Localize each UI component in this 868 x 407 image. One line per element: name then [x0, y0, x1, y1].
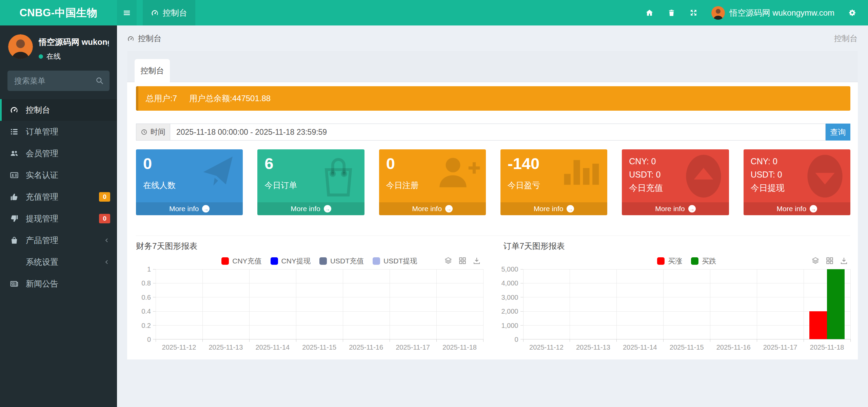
sidebar-user-meta: 悟空源码网 wukongymw.com 在线	[39, 34, 109, 61]
navbar-tab-dashboard[interactable]: 控制台	[143, 0, 195, 25]
x-tick-label: 2025-11-16	[343, 344, 390, 351]
y-tick	[153, 339, 156, 339]
settings-gears-icon[interactable]	[848, 8, 856, 17]
x-tick-label: 2025-11-17	[390, 344, 436, 351]
sidebar-item-news[interactable]: 新闻公告	[0, 273, 117, 295]
x-tick	[156, 339, 156, 342]
sidebar-item-orders[interactable]: 订单管理	[0, 121, 117, 143]
time-range-input[interactable]	[170, 124, 826, 141]
x-tick-label: 2025-11-12	[156, 344, 202, 351]
sidebar-item-recharge[interactable]: 充值管理0	[0, 186, 117, 208]
info-box-line: CNY: 0	[751, 155, 843, 168]
y-tick	[520, 283, 523, 283]
gridline	[850, 269, 851, 339]
sidebar-item-members[interactable]: 会员管理	[0, 143, 117, 164]
legend-item[interactable]: CNY充值	[221, 256, 261, 266]
legend-item[interactable]: 买涨	[657, 256, 682, 266]
id-card-icon	[10, 171, 20, 180]
sidebar-toggle-button[interactable]	[117, 0, 137, 25]
sidebar-item-label: 控制台	[26, 105, 50, 115]
time-addon: 时间	[136, 124, 170, 141]
x-tick-label: 2025-11-13	[202, 344, 249, 351]
more-info-link[interactable]: More info→	[379, 202, 486, 215]
stack-icon[interactable]	[444, 256, 453, 265]
more-info-link[interactable]: More info→	[136, 202, 243, 215]
y-tick-label: 0.4	[141, 308, 151, 315]
tab-content: 总用户:7 用户总余额:447501.88 时间 查询 0在线人数More in…	[127, 82, 858, 359]
download-icon[interactable]	[840, 256, 848, 265]
legend-item[interactable]: USDT提现	[373, 256, 417, 266]
trash-icon[interactable]	[667, 8, 676, 17]
info-box-value: -140	[508, 155, 600, 172]
sidebar-item-withdraw[interactable]: 提现管理0	[0, 208, 117, 229]
arrow-circle-right-icon: →	[567, 205, 574, 212]
x-tick-label: 2025-11-15	[663, 344, 710, 351]
arrow-circle-right-icon: →	[810, 205, 817, 212]
x-tick	[249, 339, 250, 342]
arrow-circle-right-icon: →	[202, 205, 210, 212]
more-info-label: More info	[777, 205, 807, 213]
more-info-link[interactable]: More info→	[622, 202, 729, 215]
chart-title: 财务7天图形报表	[136, 241, 483, 252]
more-info-label: More info	[534, 205, 564, 213]
time-filter-row: 时间 查询	[136, 124, 850, 141]
legend-item[interactable]: CNY提现	[271, 256, 311, 266]
y-tick	[153, 297, 156, 297]
more-info-label: More info	[291, 205, 320, 213]
legend-label: USDT充值	[330, 256, 364, 266]
y-tick	[153, 283, 156, 283]
x-tick-label: 2025-11-14	[249, 344, 296, 351]
info-boxes-row: 0在线人数More info→6今日订单More info→0今日注册More …	[136, 149, 850, 215]
more-info-label: More info	[655, 205, 685, 213]
info-box-line: 今日提现	[751, 181, 843, 195]
chart-title: 订单7天图形报表	[504, 241, 851, 252]
online-status-label: 在线	[46, 52, 61, 61]
sidebar-item-label: 充值管理	[26, 191, 58, 202]
y-tick-label: 1,000	[501, 321, 518, 329]
sidebar-item-label: 订单管理	[26, 126, 58, 137]
legend-item[interactable]: USDT充值	[319, 256, 364, 266]
total-users-label: 总用户:7	[146, 93, 177, 104]
x-tick-label: 2025-11-18	[436, 344, 483, 351]
download-icon[interactable]	[472, 256, 481, 265]
stack-icon[interactable]	[811, 256, 820, 265]
gridline	[523, 297, 851, 297]
data-view-icon[interactable]	[825, 256, 834, 265]
sidebar-item-realname-auth[interactable]: 实名认证	[0, 164, 117, 186]
sidebar-item-system-settings[interactable]: 系统设置	[0, 251, 117, 273]
bars-icon	[123, 9, 131, 17]
query-button[interactable]: 查询	[826, 124, 850, 141]
y-tick	[153, 269, 156, 270]
x-tick-label: 2025-11-16	[710, 344, 757, 351]
brand-logo[interactable]: CNBG-中国生物	[0, 0, 117, 25]
sidebar-item-label: 新闻公告	[26, 278, 58, 289]
fullscreen-icon[interactable]	[689, 8, 698, 17]
shopping-bag-icon	[10, 236, 20, 245]
more-info-link[interactable]: More info→	[500, 202, 607, 215]
user-menu[interactable]: 悟空源码网 wukongymw.com	[711, 6, 834, 20]
sidebar-item-products[interactable]: 产品管理	[0, 229, 117, 251]
more-info-link[interactable]: More info→	[257, 202, 364, 215]
x-tick-label: 2025-11-12	[523, 344, 570, 351]
search-icon[interactable]	[95, 76, 104, 85]
search-input[interactable]	[7, 71, 110, 91]
tachometer-icon	[10, 106, 20, 114]
tab-dashboard[interactable]: 控制台	[135, 59, 170, 82]
y-tick	[520, 297, 523, 297]
chart-plot-area: 5,0004,0003,0002,0001,0000	[504, 269, 851, 339]
y-tick	[520, 339, 523, 339]
chart-bar	[809, 311, 827, 339]
info-box-inner: CNY: 0USDT: 0今日充值	[622, 149, 729, 200]
content-header: 控制台 控制台	[117, 25, 868, 51]
y-axis: 5,0004,0003,0002,0001,0000	[504, 269, 523, 339]
sidebar-item-dashboard[interactable]: 控制台	[0, 99, 117, 121]
info-box-today-registrations: 0今日注册More info→	[379, 149, 486, 215]
arrow-circle-right-icon: →	[445, 205, 453, 212]
legend-item[interactable]: 买跌	[691, 256, 716, 266]
gridline	[570, 269, 570, 339]
y-tick-label: 0.8	[141, 279, 151, 287]
data-view-icon[interactable]	[458, 256, 467, 265]
y-tick-label: 3,000	[501, 293, 518, 301]
home-icon[interactable]	[645, 8, 654, 17]
more-info-link[interactable]: More info→	[744, 202, 850, 215]
